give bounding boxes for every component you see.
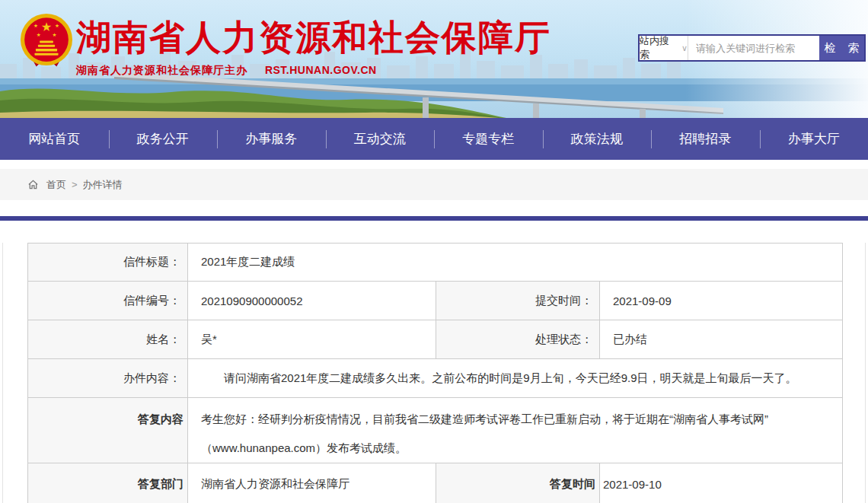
reply-dept-label: 答复部门: [28, 463, 188, 503]
status-value: 已办结: [600, 320, 843, 359]
search-scope-label: 站内搜索: [640, 34, 678, 62]
content-value: 请问湖南省2021年度二建成绩多久出来。之前公布的时间是9月上旬，今天已经9.9…: [188, 359, 843, 398]
breadcrumb-home-link[interactable]: 首页: [46, 178, 66, 192]
detail-panel: 信件标题： 2021年度二建成绩 信件编号： 2021090900000052 …: [2, 243, 866, 503]
site-banner: ★ ★ ★ ★ ★ 湖南省人力资源和社会保障厅 湖南省人力资源和社会保障厅主办 …: [0, 0, 868, 118]
name-label: 姓名：: [28, 320, 188, 359]
letter-no-label: 信件编号：: [28, 282, 188, 320]
reply-time-label: 答复时间: [436, 463, 600, 503]
nav-item-gov-affairs[interactable]: 政务公开: [109, 118, 218, 160]
submit-time-label: 提交时间：: [436, 282, 600, 320]
home-icon[interactable]: [27, 179, 39, 190]
content-label: 办件内容：: [28, 359, 188, 398]
table-row-name-status: 姓名： 吴* 处理状态： 已办结: [28, 320, 843, 359]
nav-item-recruitment[interactable]: 招聘招录: [651, 118, 760, 160]
nav-item-topics[interactable]: 专题专栏: [434, 118, 543, 160]
search-scope-dropdown[interactable]: 站内搜索 ∨: [640, 36, 688, 60]
search-input[interactable]: [688, 36, 819, 60]
reply-content-line1: 考生您好：经研判分析疫情情况，目前我省二级建造师考试评卷工作已重新启动，将于近期…: [201, 405, 842, 434]
table-row-reply-meta: 答复部门 湖南省人力资源和社会保障厅 答复时间 2021-09-10: [28, 463, 843, 503]
reply-content-value: 考生您好：经研判分析疫情情况，目前我省二级建造师考试评卷工作已重新启动，将于近期…: [188, 398, 843, 463]
svg-text:★: ★: [52, 32, 56, 37]
letter-title-value: 2021年度二建成绩: [188, 244, 843, 282]
svg-text:★: ★: [55, 23, 59, 28]
breadcrumb-current: 办件详情: [83, 178, 123, 192]
status-label: 处理状态：: [436, 320, 600, 359]
reply-content-line2: （www.hunanpea.com）发布考试成绩。: [201, 434, 842, 463]
name-value: 吴*: [188, 320, 436, 359]
letter-title-label: 信件标题：: [28, 244, 188, 282]
nav-item-home[interactable]: 网站首页: [0, 118, 109, 160]
svg-text:★: ★: [34, 23, 38, 28]
submit-time-value: 2021-09-09: [600, 282, 843, 320]
letter-detail-table: 信件标题： 2021年度二建成绩 信件编号： 2021090900000052 …: [27, 243, 843, 503]
table-row-content: 办件内容： 请问湖南省2021年度二建成绩多久出来。之前公布的时间是9月上旬，今…: [28, 359, 843, 398]
site-title: 湖南省人力资源和社会保障厅: [76, 18, 551, 57]
reply-time-value: 2021-09-10: [600, 463, 843, 503]
section-divider: [0, 216, 868, 221]
nav-item-policies[interactable]: 政策法规: [543, 118, 652, 160]
table-row-letter-title: 信件标题： 2021年度二建成绩: [28, 244, 843, 282]
site-sponsor-text: 湖南省人力资源和社会保障厅主办: [76, 64, 247, 76]
site-url: RST.HUNAN.GOV.CN: [265, 64, 377, 76]
national-emblem-icon: ★ ★ ★ ★ ★: [18, 12, 75, 72]
letter-no-value: 2021090900000052: [188, 282, 436, 320]
nav-item-services[interactable]: 办事服务: [217, 118, 326, 160]
table-row-letter-no: 信件编号： 2021090900000052 提交时间： 2021-09-09: [28, 282, 843, 320]
site-subtitle: 湖南省人力资源和社会保障厅主办 RST.HUNAN.GOV.CN: [76, 64, 551, 78]
main-nav: 网站首页 政务公开 办事服务 互动交流 专题专栏 政策法规 招聘招录 办事大厅: [0, 118, 868, 160]
breadcrumb-separator: >: [72, 179, 78, 190]
chevron-down-icon: ∨: [681, 43, 688, 53]
nav-item-interaction[interactable]: 互动交流: [326, 118, 435, 160]
svg-text:★: ★: [37, 32, 41, 37]
table-row-reply-content: 答复内容 考生您好：经研判分析疫情情况，目前我省二级建造师考试评卷工作已重新启动…: [28, 398, 843, 463]
breadcrumb: 首页 > 办件详情: [0, 169, 868, 200]
reply-dept-value: 湖南省人力资源和社会保障厅: [188, 463, 436, 503]
nav-item-service-hall[interactable]: 办事大厅: [760, 118, 868, 160]
search-button[interactable]: 检 索: [819, 36, 864, 60]
reply-content-label: 答复内容: [28, 398, 188, 463]
search-bar: 站内搜索 ∨ 检 索: [638, 34, 866, 62]
svg-text:★: ★: [41, 20, 53, 33]
